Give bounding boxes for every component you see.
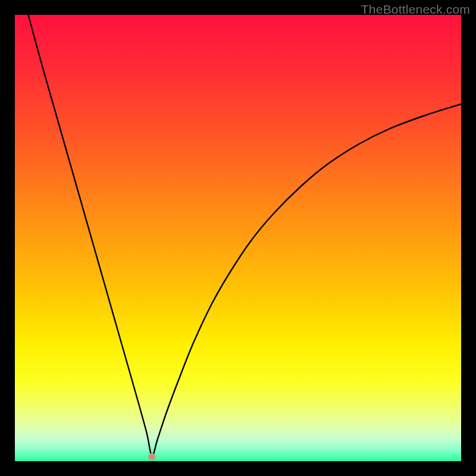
chart-svg <box>15 15 461 461</box>
optimal-point-marker <box>148 453 155 461</box>
plot-area <box>15 15 461 461</box>
gradient-background <box>15 15 461 461</box>
chart-frame: TheBottleneck.com <box>0 0 476 476</box>
